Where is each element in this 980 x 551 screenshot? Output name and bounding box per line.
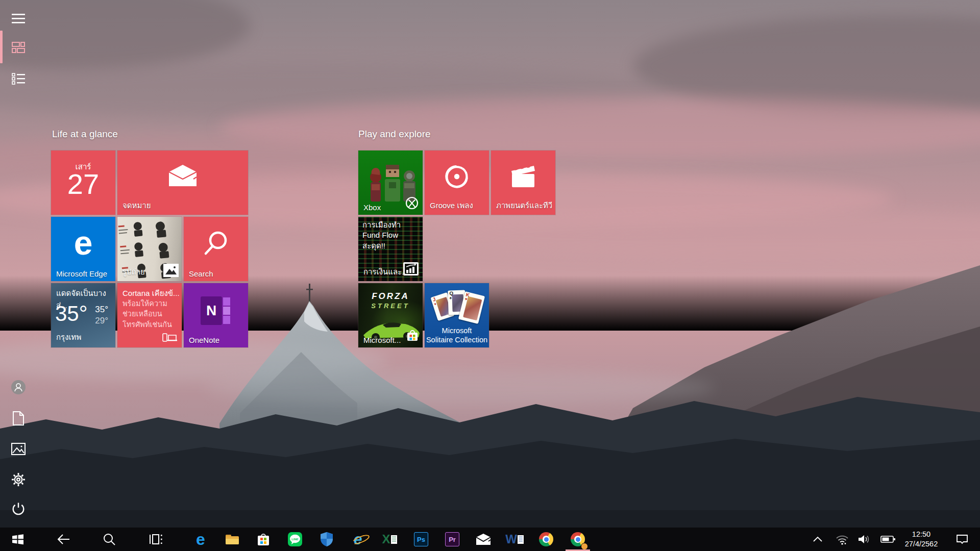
tile-onenote[interactable]: N OneNote <box>184 283 248 347</box>
taskbar-app-premiere[interactable]: Pr <box>440 528 464 551</box>
weather-temperature: 35° <box>55 302 88 326</box>
taskbar-app-photoshop[interactable]: Ps <box>409 528 433 551</box>
clock-time: 12:50 <box>912 530 930 539</box>
forza-logo: FORZA STREET <box>358 291 423 310</box>
edge-label: Microsoft Edge <box>56 269 107 278</box>
calendar-day-number: 27 <box>51 170 115 198</box>
action-center-button[interactable] <box>950 528 974 551</box>
tile-microsoft-edge[interactable]: e Microsoft Edge <box>51 217 115 281</box>
tile-groove-music[interactable]: Groove เพลง <box>425 151 489 215</box>
settings-button[interactable] <box>6 467 31 492</box>
premiere-icon: Pr <box>445 532 459 546</box>
user-avatar-icon <box>11 380 26 395</box>
tile-forza-street[interactable]: FORZA STREET Microsoft... <box>358 283 423 347</box>
premiere-letters: Pr <box>449 536 456 543</box>
defender-shield-icon <box>320 532 333 547</box>
taskbar-app-line[interactable]: LINE <box>283 528 307 551</box>
tile-finance[interactable]: การเมืองทำ Fund Flow สะดุด!! การเงินและ.… <box>358 217 423 281</box>
tray-clock[interactable]: 12:50 27/4/2562 <box>894 528 948 551</box>
tile-movies-tv[interactable]: ภาพยนตร์และทีวี <box>491 151 555 215</box>
tray-volume-button[interactable] <box>852 528 875 551</box>
tile-weather[interactable]: แดดจัดเป็นบางส่... 35° 35° 29° กรุงเทพ <box>51 283 115 347</box>
volume-icon <box>856 533 871 545</box>
onenote-tab <box>223 297 230 306</box>
excel-letter: X <box>382 533 390 545</box>
tile-xbox[interactable]: Xbox <box>358 151 423 215</box>
photos-badge-icon <box>163 264 179 277</box>
mail-taskbar-icon <box>476 533 491 545</box>
documents-button[interactable] <box>6 406 31 431</box>
groove-label: Groove เพลง <box>430 199 473 212</box>
word-page <box>518 535 524 544</box>
weather-low: 29° <box>95 316 108 326</box>
groove-music-icon <box>442 162 472 191</box>
taskbar-app-edge[interactable]: e <box>189 528 212 551</box>
windows-start-icon <box>11 533 24 546</box>
taskbar-app-file-explorer[interactable] <box>220 528 244 551</box>
cortana-body: พร้อมให้ความช่วยเหลือบนโทรศัพท์เช่นกัน <box>122 298 178 330</box>
taskbar-app-excel[interactable]: X <box>378 528 401 551</box>
photoshop-letters: Ps <box>417 536 425 543</box>
tile-photos[interactable]: รูปถ่าย <box>117 217 182 281</box>
file-explorer-icon <box>225 533 240 546</box>
photos-label: รูปถ่าย <box>122 266 145 278</box>
taskbar-app-mail[interactable] <box>472 528 495 551</box>
tile-mail[interactable]: จดหมาย <box>117 151 248 215</box>
taskbar-app-internet-explorer[interactable]: e <box>346 528 370 551</box>
tile-solitaire[interactable]: J ♦ Q ♠ K ♥ Microsoft Solitaire Collecti… <box>425 283 489 347</box>
phone-laptop-icon <box>162 332 178 344</box>
taskbar-app-chrome-profile[interactable] <box>566 528 590 551</box>
pinned-tiles-button[interactable] <box>6 35 31 60</box>
store-icon <box>256 532 271 547</box>
group-title-life-at-a-glance: Life at a glance <box>52 129 118 140</box>
all-apps-button[interactable] <box>6 67 31 91</box>
word-letter: W <box>505 533 517 545</box>
search-magnifier-icon <box>202 229 230 258</box>
finance-headline: การเมืองทำ Fund Flow สะดุด!! <box>362 220 420 251</box>
tray-wifi-button[interactable] <box>830 528 854 551</box>
taskbar-app-store[interactable] <box>252 528 275 551</box>
solitaire-label-line2: Solitaire Collection <box>425 335 489 344</box>
store-badge-glyph <box>407 330 418 341</box>
pictures-button[interactable] <box>6 437 31 461</box>
tray-chevron-button[interactable] <box>806 528 829 551</box>
movies-label: ภาพยนตร์และทีวี <box>496 199 552 212</box>
chrome-icon <box>539 532 553 546</box>
tile-cortana[interactable]: Cortana เคียงข้... พร้อมให้ความช่วยเหลือ… <box>117 283 182 347</box>
forza-label: Microsoft... <box>363 336 401 344</box>
back-arrow-icon <box>56 534 70 545</box>
card-suit: ♠ <box>450 296 452 300</box>
xbox-sphere-glyph <box>405 196 419 210</box>
mail-label: จดหมาย <box>122 199 151 212</box>
taskbar-app-defender[interactable] <box>315 528 338 551</box>
chevron-up-icon <box>812 536 823 543</box>
ie-icon: e <box>354 532 362 547</box>
taskbar-search-icon <box>103 533 116 546</box>
back-button[interactable] <box>52 528 75 551</box>
search-label: Search <box>189 269 213 278</box>
battery-icon <box>880 535 896 544</box>
excel-page <box>391 535 397 544</box>
edge-taskbar-icon: e <box>196 531 205 547</box>
document-icon <box>12 411 24 425</box>
settings-gear-icon <box>11 472 26 487</box>
taskbar-app-word[interactable]: W <box>503 528 526 551</box>
weather-city: กรุงเทพ <box>56 331 81 343</box>
start-button[interactable] <box>6 528 30 551</box>
onenote-logo: N <box>201 296 231 325</box>
power-icon <box>11 502 26 516</box>
taskbar-app-chrome[interactable] <box>534 528 558 551</box>
power-button[interactable] <box>6 497 31 521</box>
chrome-profile-badge <box>581 543 588 550</box>
pinned-tiles-icon <box>12 41 25 54</box>
taskbar-search-button[interactable] <box>97 528 121 551</box>
action-center-icon <box>955 533 969 545</box>
line-icon: LINE <box>287 532 303 547</box>
tile-calendar[interactable]: เสาร์ 27 <box>51 151 115 215</box>
taskbar: e LINE <box>0 528 980 551</box>
task-view-button[interactable] <box>144 528 167 551</box>
user-account-button[interactable] <box>6 375 31 399</box>
task-view-icon <box>149 533 163 546</box>
tile-search[interactable]: Search <box>184 217 248 281</box>
hamburger-menu-button[interactable] <box>6 6 31 31</box>
